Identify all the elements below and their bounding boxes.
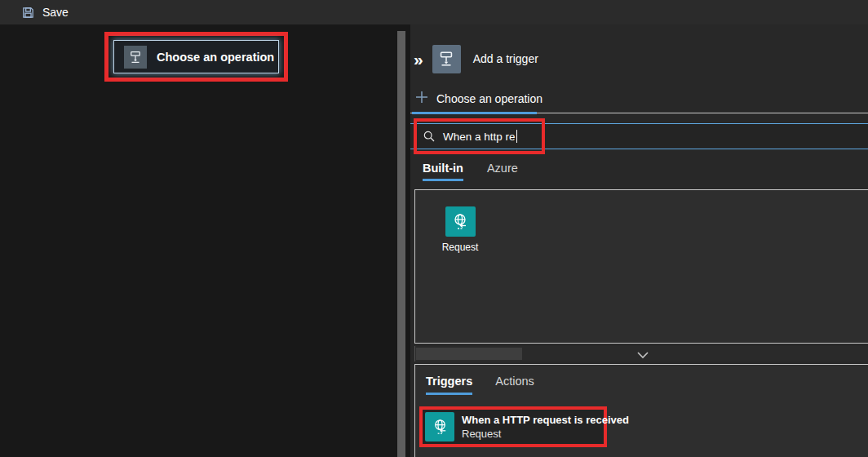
designer-canvas[interactable]: Choose an operation: [0, 24, 410, 457]
result-title: When a HTTP request is received: [462, 414, 629, 426]
plus-icon: [415, 91, 428, 107]
canvas-vertical-scrollbar[interactable]: [397, 31, 405, 457]
choose-operation-label: Choose an operation: [436, 92, 542, 105]
connector-grid: Request: [414, 189, 868, 344]
node-label: Choose an operation: [157, 51, 274, 64]
connector-label: Request: [433, 242, 487, 253]
section-divider-accent: [412, 112, 537, 114]
save-label: Save: [42, 6, 69, 19]
text-cursor: [516, 130, 517, 143]
results-section: Triggers Actions When a HT: [414, 364, 868, 457]
connector-grid-scroll-strip: [414, 346, 868, 362]
choose-operation-heading[interactable]: Choose an operation: [415, 91, 542, 107]
collapse-panel-icon[interactable]: »: [414, 51, 422, 68]
save-button[interactable]: Save: [21, 6, 69, 20]
tab-actions[interactable]: Actions: [495, 375, 534, 395]
horizontal-scrollbar-thumb[interactable]: [416, 348, 522, 360]
tab-built-in[interactable]: Built-in: [423, 162, 463, 181]
operation-placeholder-icon: [124, 46, 147, 69]
panel-header: » Add a trigger: [410, 39, 868, 78]
result-subtitle: Request: [462, 428, 629, 440]
tab-triggers[interactable]: Triggers: [426, 375, 472, 395]
add-trigger-panel: » Add a trigger Choose an operation When…: [410, 24, 868, 457]
panel-title: Add a trigger: [473, 52, 538, 65]
connector-tab-bar: Built-in Azure: [423, 162, 518, 181]
result-tab-bar: Triggers Actions: [426, 375, 534, 395]
command-bar: Save: [0, 0, 868, 24]
connector-request[interactable]: Request: [433, 206, 487, 253]
search-icon: [423, 130, 436, 143]
request-trigger-icon: [425, 412, 454, 441]
choose-operation-node[interactable]: Choose an operation: [113, 40, 279, 73]
result-highlight-box: When a HTTP request is received Request: [419, 406, 607, 447]
request-connector-icon: [445, 206, 476, 237]
trigger-placeholder-icon: [432, 45, 461, 73]
chevron-down-icon[interactable]: [636, 348, 649, 363]
tab-azure[interactable]: Azure: [487, 162, 518, 181]
choose-operation-node-highlight: Choose an operation: [104, 32, 288, 82]
result-when-http-request-received[interactable]: When a HTTP request is received Request: [425, 412, 601, 441]
operation-search-input[interactable]: When a http re: [410, 123, 868, 149]
search-value: When a http re: [443, 131, 516, 143]
save-icon: [21, 6, 35, 20]
